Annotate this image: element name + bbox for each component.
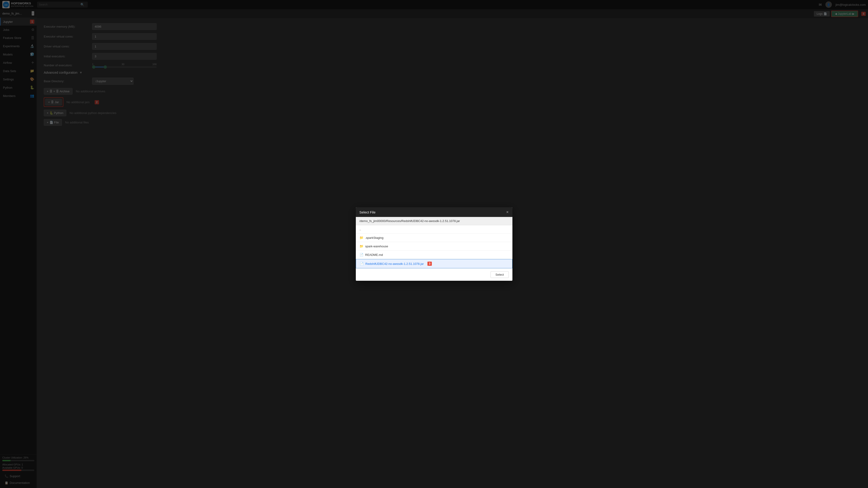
modal-header: Select File × [356, 207, 513, 217]
folder-icon: 📁 [360, 236, 364, 240]
file-icon: 📄 [360, 253, 364, 256]
select-file-modal: Select File × /demo_fs_jim00000/Resource… [356, 207, 513, 281]
list-item[interactable]: 📁 spark-warehouse [356, 242, 513, 250]
file-item-name: spark-warehouse [365, 245, 388, 248]
select-file-button[interactable]: Select [491, 271, 508, 278]
step3-badge: 3 [428, 262, 432, 266]
file-list: .. 📁 .sparkStaging 📁 spark-warehouse 📄 R… [356, 225, 513, 268]
selected-file-name: RedshiftJDBC42-no-awssdk-1.2.51.1078.jar [366, 262, 424, 266]
list-item[interactable]: 📁 .sparkStaging [356, 234, 513, 242]
modal-overlay[interactable]: Select File × /demo_fs_jim00000/Resource… [0, 0, 868, 488]
parent-dir-item[interactable]: .. [356, 225, 513, 234]
modal-close-button[interactable]: × [506, 210, 509, 214]
folder-icon: 📁 [360, 244, 364, 248]
file-item-name: README.md [365, 253, 383, 256]
modal-title: Select File [360, 210, 376, 214]
list-item[interactable]: 📄 README.md [356, 250, 513, 259]
modal-body: /demo_fs_jim00000/Resources/RedshiftJDBC… [356, 217, 513, 268]
file-path-display: /demo_fs_jim00000/Resources/RedshiftJDBC… [356, 217, 513, 225]
selected-file-icon: 📄 [360, 262, 364, 266]
modal-footer: Select [356, 268, 513, 281]
selected-file-item[interactable]: 📄 RedshiftJDBC42-no-awssdk-1.2.51.1078.j… [356, 259, 513, 268]
file-item-name: .sparkStaging [365, 236, 384, 240]
